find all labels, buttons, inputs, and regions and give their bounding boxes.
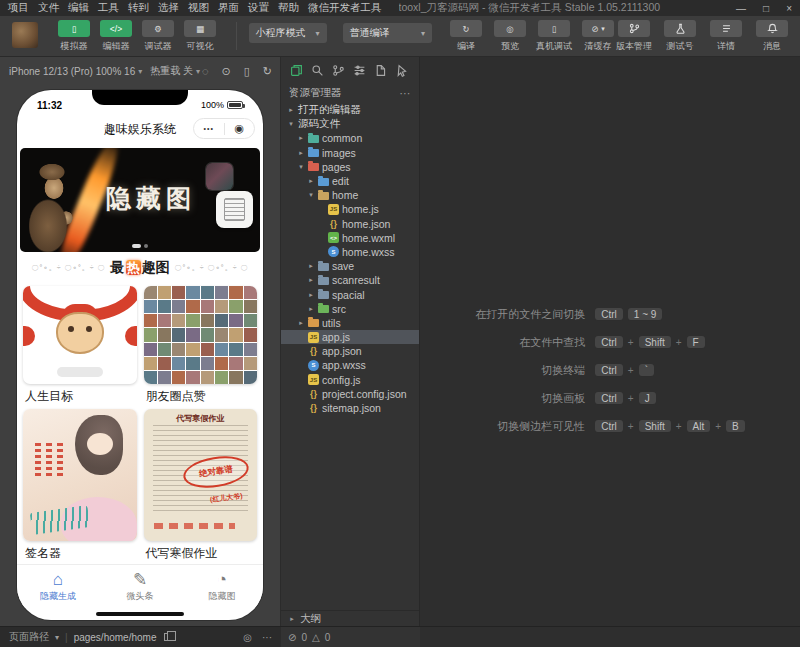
tree-item[interactable]: ▸save: [281, 259, 419, 273]
shortcut-label: 在打开的文件之间切换: [475, 307, 585, 322]
version-manage-button[interactable]: 版本管理: [616, 20, 652, 53]
more-icon[interactable]: ⋯: [400, 87, 412, 99]
tree-item[interactable]: ▸打开的编辑器: [281, 103, 419, 117]
menubar-item[interactable]: 编辑: [68, 1, 89, 15]
preview-button[interactable]: ◎ 预览: [492, 20, 528, 53]
key-chip: Ctrl: [595, 364, 623, 377]
key-chip: Ctrl: [595, 336, 623, 349]
card-signature[interactable]: [23, 409, 137, 541]
collage-cell: [201, 371, 214, 384]
search-icon[interactable]: [311, 64, 324, 77]
tree-item[interactable]: ▸utils: [281, 316, 419, 330]
tree-item[interactable]: JSconfig.js: [281, 373, 419, 387]
status-bar: 页面路径 ▾ | pages/home/home ◎ ··· ⊘ 0 △ 0: [0, 626, 800, 647]
tree-item[interactable]: JShome.js: [281, 202, 419, 216]
plugin-pointer-icon[interactable]: [395, 64, 408, 77]
plus-separator: +: [628, 393, 634, 404]
tree-item[interactable]: {}home.json: [281, 217, 419, 231]
tree-item[interactable]: ▸common: [281, 131, 419, 145]
tree-item[interactable]: ▾pages: [281, 160, 419, 174]
shortcut-label: 在文件中查找: [475, 335, 585, 350]
mini-tab-bar: ⌂ 隐藏生成 ✎ 微头条 ◔ 隐藏图: [17, 564, 263, 608]
code-icon: </>: [100, 20, 132, 37]
card-friend-likes[interactable]: [144, 286, 258, 384]
collage-cell: [144, 343, 157, 356]
menubar-item[interactable]: 微信开发者工具: [308, 1, 382, 15]
card-homework[interactable]: 代写寒假作业 绝对靠谱 (红儿大爷): [144, 409, 258, 541]
tree-item[interactable]: ▾home: [281, 188, 419, 202]
menubar-item[interactable]: 设置: [248, 1, 269, 15]
card-life-goal[interactable]: [23, 286, 137, 384]
tree-item[interactable]: ▸src: [281, 302, 419, 316]
tree-item-label: home.wxml: [342, 232, 395, 244]
minimize-button[interactable]: —: [736, 3, 746, 14]
test-account-button[interactable]: 测试号: [662, 20, 698, 53]
remote-debug-button[interactable]: ▯ 真机调试: [536, 20, 572, 53]
user-avatar[interactable]: [12, 22, 38, 48]
tree-item[interactable]: <>home.wxml: [281, 231, 419, 245]
menubar-item[interactable]: 界面: [218, 1, 239, 15]
close-button[interactable]: ×: [786, 3, 792, 14]
tab-hidden-image[interactable]: ◔ 隐藏图: [181, 570, 263, 608]
device-select[interactable]: iPhone 12/13 (Pro) 100% 16: [9, 66, 135, 77]
maximize-button[interactable]: □: [763, 3, 769, 14]
collage-cell: [201, 314, 214, 327]
hot-reload-select[interactable]: 热重载 关: [150, 64, 193, 78]
problems-section[interactable]: ⊘ 0 △ 0: [281, 627, 420, 647]
tree-item-label: app.json: [322, 345, 362, 357]
device-frame-icon[interactable]: ▯: [244, 65, 250, 78]
debugger-toggle-button[interactable]: ⚙ 调试器: [140, 20, 176, 53]
tree-item[interactable]: ▸spacial: [281, 287, 419, 301]
tab-hidden-generate[interactable]: ⌂ 隐藏生成: [17, 570, 99, 608]
copy-icon[interactable]: [164, 633, 171, 641]
tree-item[interactable]: {}project.config.json: [281, 387, 419, 401]
pin-icon[interactable]: ◎: [243, 632, 252, 643]
collage-cell: [144, 328, 157, 341]
collage-cell: [172, 286, 185, 299]
collage-cell: [229, 357, 242, 370]
git-icon[interactable]: [332, 64, 345, 77]
mode-select[interactable]: 小程序模式 ▾: [249, 23, 327, 43]
banner-image[interactable]: 隐藏图: [20, 148, 260, 252]
messages-button[interactable]: 消息: [754, 20, 790, 53]
menubar-item[interactable]: 视图: [188, 1, 209, 15]
menubar-item[interactable]: 帮助: [278, 1, 299, 15]
tab-micro-headline[interactable]: ✎ 微头条: [99, 570, 181, 608]
editor-toggle-button[interactable]: </> 编辑器: [98, 20, 134, 53]
tree-item[interactable]: ▸edit: [281, 174, 419, 188]
files-icon[interactable]: [290, 64, 303, 77]
tree-item-label: common: [322, 132, 362, 144]
capsule-home-button[interactable]: ◉: [225, 122, 255, 135]
compile-button[interactable]: ↻ 编译: [448, 20, 484, 53]
clear-cache-button[interactable]: ⊘▾ 清缓存: [580, 20, 616, 53]
settings-sliders-icon[interactable]: [353, 64, 366, 77]
tree-item[interactable]: ▸images: [281, 146, 419, 160]
menubar-item[interactable]: 文件: [38, 1, 59, 15]
visualizer-icon: ▦: [184, 20, 216, 37]
menubar-item[interactable]: 选择: [158, 1, 179, 15]
rotate-icon[interactable]: ↻: [263, 65, 272, 78]
menubar-item[interactable]: 工具: [98, 1, 119, 15]
outline-section[interactable]: ▸ 大纲: [281, 610, 419, 626]
compile-mode-select[interactable]: 普通编译 ▾: [343, 23, 432, 43]
network-icon[interactable]: ◌: [202, 65, 209, 78]
file-icon[interactable]: [374, 64, 387, 77]
tree-item[interactable]: {}app.json: [281, 344, 419, 358]
page-path-select[interactable]: 页面路径: [9, 630, 49, 644]
simulator-toggle-button[interactable]: ▯ 模拟器: [56, 20, 92, 53]
capsule-more-button[interactable]: •••: [194, 125, 224, 132]
tree-item[interactable]: ▸scanresult: [281, 273, 419, 287]
menubar-item[interactable]: 转到: [128, 1, 149, 15]
tree-item[interactable]: {}sitemap.json: [281, 401, 419, 415]
collage-cell: [215, 286, 228, 299]
locate-icon[interactable]: ⊙: [222, 65, 231, 78]
visualizer-toggle-button[interactable]: ▦ 可视化: [182, 20, 218, 53]
tree-item[interactable]: Sapp.wxss: [281, 358, 419, 372]
more-dots-icon[interactable]: ···: [262, 632, 272, 643]
tree-item[interactable]: ▾源码文件: [281, 117, 419, 131]
tree-item[interactable]: JSapp.js: [281, 330, 419, 344]
error-count: 0: [301, 632, 307, 643]
menubar-item[interactable]: 项目: [8, 1, 29, 15]
details-button[interactable]: 详情: [708, 20, 744, 53]
tree-item[interactable]: Shome.wxss: [281, 245, 419, 259]
